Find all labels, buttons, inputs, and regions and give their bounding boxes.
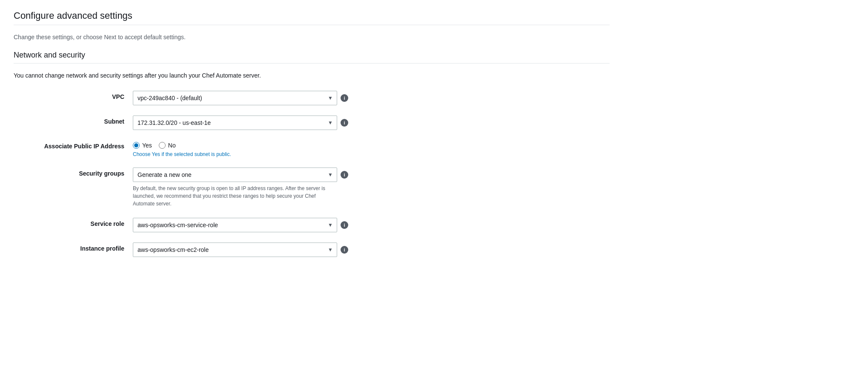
security-groups-control-row: Generate a new one ▼ i: [133, 168, 431, 182]
page-subtitle: Change these settings, or choose Next to…: [14, 34, 610, 40]
public-ip-hint: Choose Yes if the selected subnet is pub…: [133, 151, 431, 157]
public-ip-control-wrapper: Yes No Choose Yes if the selected subnet…: [133, 140, 431, 157]
subnet-control-wrapper: 172.31.32.0/20 - us-east-1e ▼ i: [133, 116, 431, 130]
public-ip-no-radio[interactable]: [159, 142, 166, 149]
vpc-label: VPC: [14, 91, 133, 100]
page-title: Configure advanced settings: [14, 10, 610, 21]
public-ip-no-text: No: [168, 142, 176, 149]
subnet-select-container: 172.31.32.0/20 - us-east-1e ▼: [133, 116, 337, 130]
vpc-control-wrapper: vpc-249ac840 - (default) ▼ i: [133, 91, 431, 105]
subnet-select[interactable]: 172.31.32.0/20 - us-east-1e: [133, 116, 337, 130]
public-ip-no-label[interactable]: No: [159, 142, 176, 149]
service-role-info-icon[interactable]: i: [341, 221, 348, 229]
instance-profile-control-row: aws-opsworks-cm-ec2-role ▼ i: [133, 243, 431, 257]
service-role-row: Service role aws-opsworks-cm-service-rol…: [14, 218, 610, 232]
instance-profile-select-container: aws-opsworks-cm-ec2-role ▼: [133, 243, 337, 257]
subnet-label: Subnet: [14, 116, 133, 125]
security-groups-hint: By default, the new security group is op…: [133, 185, 337, 208]
instance-profile-info-icon[interactable]: i: [341, 246, 348, 254]
vpc-select-container: vpc-249ac840 - (default) ▼: [133, 91, 337, 105]
instance-profile-label: Instance profile: [14, 243, 133, 252]
public-ip-row: Associate Public IP Address Yes No Choos…: [14, 140, 610, 157]
instance-profile-control-wrapper: aws-opsworks-cm-ec2-role ▼ i: [133, 243, 431, 257]
service-role-label: Service role: [14, 218, 133, 227]
section-description: You cannot change network and security s…: [14, 72, 610, 79]
vpc-select[interactable]: vpc-249ac840 - (default): [133, 91, 337, 105]
public-ip-yes-text: Yes: [142, 142, 152, 149]
subnet-row: Subnet 172.31.32.0/20 - us-east-1e ▼ i: [14, 116, 610, 130]
security-groups-label: Security groups: [14, 168, 133, 177]
page-container: Configure advanced settings Change these…: [14, 10, 610, 257]
section-divider: [14, 63, 610, 64]
subnet-info-icon[interactable]: i: [341, 119, 348, 127]
public-ip-control-row: Yes No: [133, 140, 431, 149]
instance-profile-select[interactable]: aws-opsworks-cm-ec2-role: [133, 243, 337, 257]
service-role-control-wrapper: aws-opsworks-cm-service-role ▼ i: [133, 218, 431, 232]
vpc-info-icon[interactable]: i: [341, 94, 348, 102]
service-role-control-row: aws-opsworks-cm-service-role ▼ i: [133, 218, 431, 232]
instance-profile-row: Instance profile aws-opsworks-cm-ec2-rol…: [14, 243, 610, 257]
security-groups-select-container: Generate a new one ▼: [133, 168, 337, 182]
security-groups-select[interactable]: Generate a new one: [133, 168, 337, 182]
vpc-control-row: vpc-249ac840 - (default) ▼ i: [133, 91, 431, 105]
section-title: Network and security: [14, 51, 610, 60]
security-groups-row: Security groups Generate a new one ▼ i B…: [14, 168, 610, 208]
security-groups-info-icon[interactable]: i: [341, 171, 348, 179]
service-role-select-container: aws-opsworks-cm-service-role ▼: [133, 218, 337, 232]
public-ip-yes-radio[interactable]: [133, 142, 140, 149]
subnet-control-row: 172.31.32.0/20 - us-east-1e ▼ i: [133, 116, 431, 130]
security-groups-control-wrapper: Generate a new one ▼ i By default, the n…: [133, 168, 431, 208]
vpc-row: VPC vpc-249ac840 - (default) ▼ i: [14, 91, 610, 105]
title-divider: [14, 25, 610, 25]
public-ip-radio-group: Yes No: [133, 140, 176, 149]
public-ip-yes-label[interactable]: Yes: [133, 142, 152, 149]
public-ip-label: Associate Public IP Address: [14, 140, 133, 150]
service-role-select[interactable]: aws-opsworks-cm-service-role: [133, 218, 337, 232]
